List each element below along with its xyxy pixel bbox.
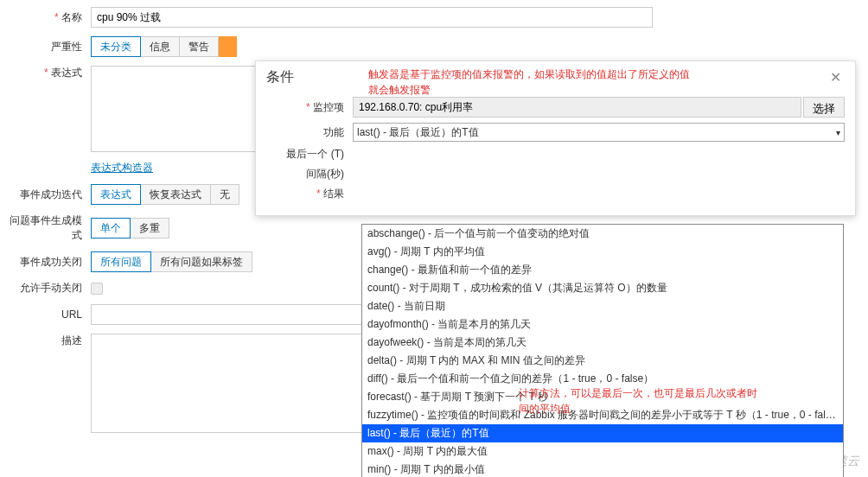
event-success-close-group: 所有问题 所有问题如果标签: [91, 251, 252, 272]
name-input[interactable]: [91, 7, 653, 28]
dropdown-item[interactable]: abschange() - 后一个值与前一个值变动的绝对值: [362, 225, 843, 243]
dropdown-item[interactable]: dayofmonth() - 当前是本月的第几天: [362, 315, 843, 334]
event-success-iter-group: 表达式 恢复表达式 无: [91, 184, 239, 205]
event-success-close-label: 事件成功关闭: [9, 255, 91, 270]
url-label: URL: [9, 308, 91, 321]
monitor-input[interactable]: [353, 97, 801, 118]
func-label: 功能: [266, 125, 353, 140]
dropdown-item[interactable]: max() - 周期 T 内的最大值: [362, 442, 843, 461]
name-label: 名称: [9, 10, 91, 25]
event-success-iter-label: 事件成功迭代: [9, 188, 91, 202]
close-all-tag[interactable]: 所有问题如果标签: [151, 251, 252, 272]
dropdown-item[interactable]: avg() - 周期 T 内的平均值: [362, 243, 843, 261]
dropdown-item[interactable]: date() - 当前日期: [362, 297, 843, 315]
severity-hidden1[interactable]: [219, 36, 237, 57]
severity-info[interactable]: 信息: [141, 36, 180, 57]
problem-gen-multi[interactable]: 多重: [131, 218, 169, 238]
expression-builder-link[interactable]: 表达式构造器: [91, 161, 153, 175]
dropdown-item[interactable]: min() - 周期 T 内的最小值: [362, 461, 843, 477]
severity-warning[interactable]: 警告: [180, 36, 219, 57]
dropdown-item[interactable]: last() - 最后（最近）的T值: [362, 424, 843, 442]
severity-label: 严重性: [9, 40, 91, 54]
interval-label: 间隔(秒): [266, 167, 353, 181]
problem-event-gen-group: 单个 多重: [91, 218, 169, 238]
monitor-label: 监控项: [266, 100, 353, 115]
event-iter-recovery[interactable]: 恢复表达式: [141, 184, 211, 205]
dialog-title: 条件: [266, 68, 294, 86]
allow-manual-close-checkbox[interactable]: [91, 283, 103, 295]
func-select[interactable]: last() - 最后（最近）的T值: [353, 123, 845, 142]
problem-event-gen-label: 问题事件生成模式: [9, 213, 91, 243]
dropdown-item[interactable]: delta() - 周期 T 内的 MAX 和 MIN 值之间的差异: [362, 352, 843, 370]
func-dropdown[interactable]: abschange() - 后一个值与前一个值变动的绝对值avg() - 周期 …: [361, 224, 844, 477]
severity-group: 未分类 信息 警告: [91, 36, 237, 57]
select-button[interactable]: 选择: [803, 97, 845, 118]
expression-label: 表达式: [9, 66, 91, 80]
severity-unclassified[interactable]: 未分类: [91, 36, 141, 57]
condition-dialog: 条件 ✕ 触发器是基于监控项的值来报警的，如果读取到的值超出了所定义的值 就会触…: [255, 60, 856, 216]
expression-area[interactable]: [91, 66, 264, 152]
allow-manual-close-label: 允许手动关闭: [9, 281, 91, 296]
desc-label: 描述: [9, 334, 91, 348]
result-label: 结果: [266, 187, 353, 201]
calc-method-annotation: 计算方法，可以是最后一次，也可是最后几次或者时 间的平均值: [519, 385, 830, 417]
last-t-label: 最后一个 (T): [266, 147, 353, 162]
event-iter-expr[interactable]: 表达式: [91, 184, 141, 205]
event-iter-none[interactable]: 无: [211, 184, 239, 205]
dropdown-item[interactable]: dayofweek() - 当前是本周的第几天: [362, 334, 843, 352]
dropdown-item[interactable]: count() - 对于周期 T，成功检索的值 V（其满足运算符 O）的数量: [362, 279, 843, 297]
dialog-annotation: 触发器是基于监控项的值来报警的，如果读取到的值超出了所定义的值 就会触发报警: [368, 67, 690, 98]
dropdown-item[interactable]: change() - 最新值和前一个值的差异: [362, 261, 843, 279]
close-all[interactable]: 所有问题: [91, 251, 151, 272]
close-icon[interactable]: ✕: [827, 69, 845, 86]
problem-gen-single[interactable]: 单个: [91, 218, 131, 238]
